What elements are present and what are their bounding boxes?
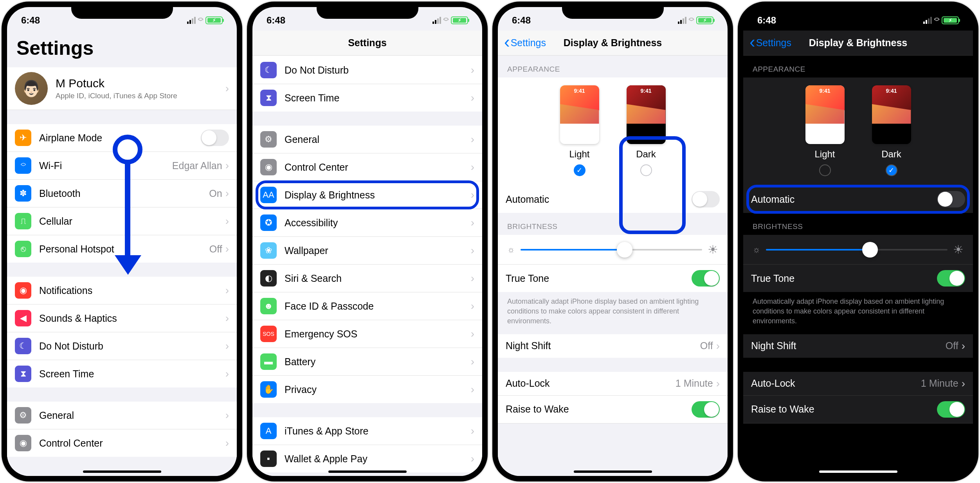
settings-row-privacy[interactable]: ✋Privacy› [252,376,482,403]
status-time: 6:48 [267,15,285,26]
appearance-light[interactable]: 9:41 Light [805,85,845,176]
settings-row-sounds-haptics[interactable]: ◀︎Sounds & Haptics› [7,305,237,332]
automatic-row[interactable]: Automatic [743,186,973,213]
settings-row-screen-time[interactable]: ⧗Screen Time› [7,360,237,387]
brightness-slider[interactable] [766,249,948,251]
settings-row-personal-hotspot[interactable]: ⎋Personal HotspotOff› [7,235,237,263]
light-radio[interactable] [574,164,585,176]
row-label: Sounds & Haptics [39,313,225,324]
truetone-switch[interactable] [937,270,965,287]
appearance-dark[interactable]: 9:41 Dark [627,85,666,176]
settings-row-wi-fi[interactable]: ⌔Wi-FiEdgar Allan› [7,152,237,180]
profile-name: M Potuck [56,77,225,90]
automatic-switch[interactable] [692,191,720,207]
dark-radio[interactable] [640,164,652,176]
settings-row-accessibility[interactable]: ✪Accessibility› [252,209,482,237]
row-icon: ▪ [260,451,277,467]
brightness-slider-row[interactable]: ☼ ☀︎ [498,235,728,265]
autolock-row[interactable]: Auto-Lock 1 Minute › [498,372,728,396]
settings-group-general: ⚙General›◉Control Center› [7,402,237,457]
settings-row-notifications[interactable]: ◉Notifications› [7,277,237,305]
chevron-icon: › [225,159,229,172]
row-icon: ◉ [260,159,277,175]
settings-row-emergency-sos[interactable]: SOSEmergency SOS› [252,320,482,348]
chevron-icon: › [471,328,474,340]
row-switch[interactable] [201,130,229,146]
nightshift-row[interactable]: Night Shift Off › [743,334,973,358]
nightshift-row[interactable]: Night Shift Off › [498,334,728,358]
back-button[interactable]: Settings [504,37,546,49]
automatic-row[interactable]: Automatic [498,186,728,213]
brightness-header: BRIGHTNESS [498,213,728,235]
back-button[interactable]: Settings [749,37,791,49]
chevron-icon: › [225,215,229,227]
settings-row-general[interactable]: ⚙General› [7,402,237,429]
settings-row-bluetooth[interactable]: ✽BluetoothOn› [7,180,237,207]
settings-row-wallet-apple-pay[interactable]: ▪Wallet & Apple Pay› [252,445,482,472]
navbar: Settings Display & Brightness [743,31,973,56]
signal-icon [187,17,196,24]
automatic-switch[interactable] [937,191,965,207]
chevron-icon: › [471,161,474,173]
settings-row-screen-time[interactable]: ⧗Screen Time› [252,84,482,112]
settings-row-siri-search[interactable]: ◐Siri & Search› [252,265,482,292]
truetone-row[interactable]: True Tone [498,265,728,292]
row-label: Notifications [39,285,225,296]
row-icon: ☻ [260,298,277,314]
dark-radio[interactable] [886,164,897,176]
raise-switch[interactable] [937,401,965,418]
chevron-icon: › [225,368,229,380]
appearance-dark[interactable]: 9:41 Dark [872,85,911,176]
phone-2: 6:48 ⌔⚡︎ Settings ☾Do Not Disturb›⧗Scree… [247,2,488,481]
nav-title: Display & Brightness [809,37,907,49]
row-value: Off [209,243,222,255]
sun-small-icon: ☼ [753,245,760,255]
chevron-icon: › [471,355,474,368]
chevron-icon: › [716,340,720,352]
truetone-switch[interactable] [692,270,720,287]
row-label: Cellular [39,216,225,227]
row-label: General [285,134,471,145]
raise-switch[interactable] [692,401,720,418]
raise-row[interactable]: Raise to Wake [743,396,973,424]
row-label: Screen Time [285,92,471,104]
settings-row-cellular[interactable]: ⎍Cellular› [7,207,237,235]
avatar: 👨🏻 [15,72,48,105]
phone-1: 6:48 ⌔ ⚡︎ Settings 👨🏻 M Potuck Apple ID,… [2,2,242,481]
row-label: Battery [285,356,471,368]
settings-row-control-center[interactable]: ◉Control Center› [7,429,237,457]
sun-small-icon: ☼ [507,245,515,255]
appearance-options: 9:41 Light 9:41 Dark [743,77,973,186]
row-label: Airplane Mode [39,132,201,144]
appearance-header: APPEARANCE [498,56,728,77]
settings-row-battery[interactable]: ▬Battery› [252,348,482,376]
appearance-light[interactable]: 9:41 Light [560,85,599,176]
autolock-row[interactable]: Auto-Lock 1 Minute › [743,372,973,396]
dark-preview: 9:41 [627,85,666,144]
truetone-desc: Automatically adapt iPhone display based… [498,292,728,334]
truetone-row[interactable]: True Tone [743,265,973,292]
settings-row-wallpaper[interactable]: ❀Wallpaper› [252,237,482,265]
row-label: Screen Time [39,368,225,380]
settings-row-face-id-passcode[interactable]: ☻Face ID & Passcode› [252,292,482,320]
chevron-icon: › [471,64,474,76]
brightness-slider[interactable] [521,249,702,251]
settings-row-itunes-app-store[interactable]: AiTunes & App Store› [252,417,482,445]
settings-row-do-not-disturb[interactable]: ☾Do Not Disturb› [252,56,482,84]
profile-row[interactable]: 👨🏻 M Potuck Apple ID, iCloud, iTunes & A… [7,67,237,110]
brightness-slider-row[interactable]: ☼ ☀︎ [743,235,973,265]
raise-row[interactable]: Raise to Wake [498,396,728,424]
row-label: iTunes & App Store [285,425,471,437]
light-label: Light [569,149,589,160]
row-label: Control Center [285,162,471,173]
light-radio[interactable] [819,164,831,176]
row-label: Do Not Disturb [285,65,471,76]
settings-row-display-brightness[interactable]: AADisplay & Brightness› [252,181,482,209]
settings-row-do-not-disturb[interactable]: ☾Do Not Disturb› [7,332,237,360]
settings-row-general[interactable]: ⚙General› [252,126,482,153]
row-icon: ⌔ [15,157,31,174]
settings-row-control-center[interactable]: ◉Control Center› [252,153,482,181]
chevron-icon: › [471,189,474,201]
settings-row-airplane-mode[interactable]: ✈︎Airplane Mode [7,124,237,152]
row-icon: A [260,423,277,439]
